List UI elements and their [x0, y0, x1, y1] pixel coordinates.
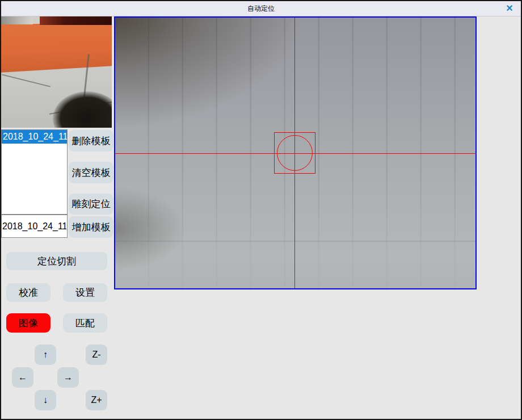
thumbnail-orange-beam	[1, 24, 112, 73]
jog-z-plus-button[interactable]: Z+	[86, 390, 107, 410]
delete-template-button[interactable]: 删除模板	[69, 130, 113, 152]
add-template-button[interactable]: 增加模板	[69, 216, 113, 238]
calibrate-button[interactable]: 校准	[6, 283, 50, 302]
engrave-position-button[interactable]: 雕刻定位	[69, 194, 113, 215]
thumbnail-dark-object	[53, 91, 112, 128]
camera-view	[114, 16, 477, 289]
close-icon[interactable]: ✕	[504, 3, 515, 14]
jog-down-button[interactable]: ↓	[35, 390, 56, 410]
list-item[interactable]: 2018_10_24_11	[2, 130, 67, 144]
jog-right-button[interactable]: →	[57, 367, 79, 388]
clear-templates-button[interactable]: 清空模板	[69, 162, 113, 183]
jog-z-minus-button[interactable]: Z-	[86, 345, 107, 365]
settings-button[interactable]: 设置	[63, 283, 107, 302]
auto-position-dialog: 自动定位 ✕ 2018_10_24_11 删除模板 清空模板 雕刻定位 增加模板…	[0, 0, 522, 420]
dialog-title: 自动定位	[1, 1, 521, 16]
thumbnail-gray-patch	[1, 16, 33, 24]
template-thumbnail	[1, 16, 112, 128]
jog-left-button[interactable]: ←	[12, 367, 33, 388]
roi-circle	[277, 135, 313, 171]
template-name-input[interactable]	[1, 215, 68, 238]
position-cut-button[interactable]: 定位切割	[6, 252, 107, 270]
image-button-active[interactable]: 图像	[6, 313, 50, 333]
camera-faint-horizontal-line	[115, 241, 475, 242]
jog-up-button[interactable]: ↑	[35, 345, 56, 365]
match-button[interactable]: 匹配	[63, 313, 107, 333]
titlebar: 自动定位 ✕	[1, 1, 521, 16]
thumbnail-dark-bar	[40, 16, 112, 25]
template-list[interactable]: 2018_10_24_11	[1, 129, 68, 215]
thumbnail-tile-line	[2, 74, 50, 87]
